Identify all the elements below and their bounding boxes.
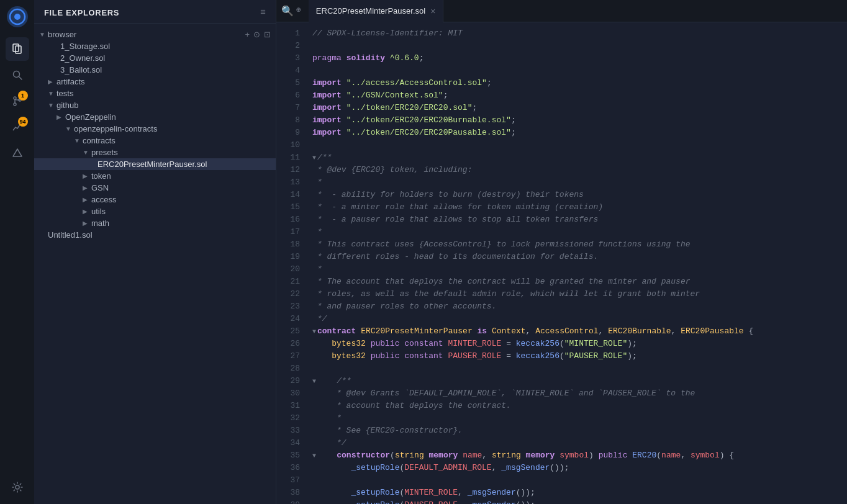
code-line[interactable]: * xyxy=(307,226,847,238)
code-line[interactable]: * This contract uses {AccessControl} to … xyxy=(307,238,847,251)
code-line[interactable]: import "../token/ERC20/ERC20Burnable.sol… xyxy=(307,114,847,127)
sidebar-actions: ≡ xyxy=(260,7,266,18)
code-line[interactable] xyxy=(307,362,847,375)
tree-untitled[interactable]: Untitled1.sol xyxy=(34,229,276,241)
tab-close-btn[interactable]: × xyxy=(430,6,435,16)
code-line[interactable]: ▼/** xyxy=(307,151,847,164)
tree-presets[interactable]: ▼ presets xyxy=(34,146,276,158)
line-number: 17 xyxy=(276,226,307,238)
tree-github[interactable]: ▼ github xyxy=(34,99,276,111)
line-number: 1 xyxy=(276,27,307,40)
code-line[interactable]: bytes32 public constant MINTER_ROLE = ke… xyxy=(307,338,847,350)
arrow-icon: ▼ xyxy=(74,137,83,144)
code-line[interactable]: _setupRole(MINTER_ROLE, _msgSender()); xyxy=(307,487,847,499)
sidebar-title: FILE EXPLORERS xyxy=(44,8,119,17)
math-label: math xyxy=(91,218,271,228)
code-line[interactable]: * roles, as well as the default admin ro… xyxy=(307,288,847,300)
tree-erc20-file[interactable]: ERC20PresetMinterPauser.sol xyxy=(34,158,276,170)
line-number: 15 xyxy=(276,201,307,214)
code-line[interactable]: * - a minter role that allows for token … xyxy=(307,201,847,214)
tree-gsn[interactable]: ▶ GSN xyxy=(34,182,276,194)
code-line[interactable]: */ xyxy=(307,313,847,325)
analytics-icon-btn[interactable]: 94 xyxy=(6,115,29,139)
tree-3-ballot[interactable]: 3_Ballot.sol xyxy=(34,64,276,76)
code-line[interactable]: pragma solidity ^0.6.0; xyxy=(307,52,847,65)
line-number: 39 xyxy=(276,499,307,504)
file-tree: ▼ browser + ⊙ ⊡ 1_Storage.sol 2_Owner.so… xyxy=(34,24,276,504)
code-line[interactable]: * different roles - head to its document… xyxy=(307,251,847,263)
search-icon-btn[interactable] xyxy=(6,63,29,87)
code-line[interactable]: bytes32 public constant PAUSER_ROLE = ke… xyxy=(307,350,847,362)
editor-area: 🔍 ⊕ ERC20PresetMinterPauser.sol × 123456… xyxy=(276,0,847,504)
code-line[interactable]: _setupRole(DEFAULT_ADMIN_ROLE, _msgSende… xyxy=(307,462,847,474)
files-icon-btn[interactable] xyxy=(6,37,29,61)
git-icon-btn[interactable]: 1 xyxy=(6,89,29,113)
code-line[interactable] xyxy=(307,65,847,77)
tree-tests[interactable]: ▼ tests xyxy=(34,88,276,99)
arrow-icon: ▶ xyxy=(48,78,57,85)
code-line[interactable]: _setupRole(PAUSER_ROLE, _msgSender()); xyxy=(307,499,847,504)
zoom-in-btn[interactable]: ⊕ xyxy=(296,5,301,17)
tree-artifacts[interactable]: ▶ artifacts xyxy=(34,76,276,88)
line-number: 29 xyxy=(276,375,307,387)
line-number: 24 xyxy=(276,313,307,325)
arrow-icon: ▶ xyxy=(83,220,91,227)
folder-open-icon[interactable]: ⊡ xyxy=(264,30,271,39)
svg-point-12 xyxy=(16,485,19,489)
menu-icon[interactable]: ≡ xyxy=(260,7,266,18)
code-line[interactable]: // SPDX-License-Identifier: MIT xyxy=(307,27,847,40)
code-line[interactable]: * The account that deploys the contract … xyxy=(307,276,847,288)
code-line[interactable]: * @dev {ERC20} token, including: xyxy=(307,164,847,176)
code-line[interactable]: import "../token/ERC20/ERC20Pausable.sol… xyxy=(307,127,847,139)
code-line[interactable] xyxy=(307,40,847,52)
code-line[interactable]: import "../GSN/Context.sol"; xyxy=(307,89,847,102)
code-line[interactable]: */ xyxy=(307,437,847,449)
line-number: 33 xyxy=(276,425,307,437)
code-line[interactable]: * xyxy=(307,176,847,189)
code-content[interactable]: // SPDX-License-Identifier: MIT pragma s… xyxy=(307,22,847,504)
logo-icon[interactable] xyxy=(6,5,29,29)
svg-point-2 xyxy=(14,14,20,20)
line-number: 34 xyxy=(276,437,307,449)
code-line[interactable]: ▼contract ERC20PresetMinterPauser is Con… xyxy=(307,325,847,338)
tree-access[interactable]: ▶ access xyxy=(34,194,276,205)
code-line[interactable]: * See {ERC20-constructor}. xyxy=(307,425,847,437)
code-line[interactable]: ▼ constructor(string memory name, string… xyxy=(307,449,847,462)
code-line[interactable]: import "../token/ERC20/ERC20.sol"; xyxy=(307,102,847,114)
zoom-out-btn[interactable]: 🔍 xyxy=(281,5,294,17)
code-line[interactable]: * @dev Grants `DEFAULT_ADMIN_ROLE`, `MIN… xyxy=(307,387,847,400)
code-line[interactable]: import "../access/AccessControl.sol"; xyxy=(307,77,847,89)
arrow-icon: ▶ xyxy=(83,208,91,215)
github-link-icon[interactable]: ⊙ xyxy=(253,30,260,39)
code-line[interactable]: * account that deploys the contract. xyxy=(307,400,847,412)
code-line[interactable]: * and pauser roles to other accounts. xyxy=(307,300,847,313)
deploy-icon-btn[interactable] xyxy=(6,142,29,165)
code-line[interactable]: * - ability for holders to burn (destroy… xyxy=(307,189,847,201)
code-line[interactable] xyxy=(307,139,847,151)
tree-math[interactable]: ▶ math xyxy=(34,217,276,229)
line-number: 8 xyxy=(276,114,307,127)
tree-2-owner[interactable]: 2_Owner.sol xyxy=(34,52,276,64)
tree-oz-contracts[interactable]: ▼ openzeppelin-contracts xyxy=(34,123,276,135)
line-number: 19 xyxy=(276,251,307,263)
tree-contracts[interactable]: ▼ contracts xyxy=(34,135,276,146)
editor-tab[interactable]: ERC20PresetMinterPauser.sol × xyxy=(309,0,444,22)
tree-1-storage[interactable]: 1_Storage.sol xyxy=(34,40,276,52)
code-line[interactable]: * xyxy=(307,263,847,276)
arrow-icon: ▶ xyxy=(83,184,91,191)
code-line[interactable]: * - a pauser role that allows to stop al… xyxy=(307,214,847,226)
settings-icon-btn[interactable] xyxy=(6,475,29,499)
add-file-icon[interactable]: + xyxy=(245,30,250,39)
code-editor[interactable]: 1234567891011121314151617181920212223242… xyxy=(276,22,847,504)
code-line[interactable]: * xyxy=(307,412,847,425)
line-number: 25 xyxy=(276,325,307,338)
code-line[interactable]: ▼ /** xyxy=(307,375,847,387)
tree-utils[interactable]: ▶ utils xyxy=(34,205,276,217)
tree-browser[interactable]: ▼ browser + ⊙ ⊡ xyxy=(34,29,276,40)
tree-token[interactable]: ▶ token xyxy=(34,170,276,182)
svg-line-6 xyxy=(19,77,22,80)
tree-openzeppelin[interactable]: ▶ OpenZeppelin xyxy=(34,111,276,123)
line-number: 22 xyxy=(276,288,307,300)
code-line[interactable] xyxy=(307,474,847,487)
line-number: 3 xyxy=(276,52,307,65)
